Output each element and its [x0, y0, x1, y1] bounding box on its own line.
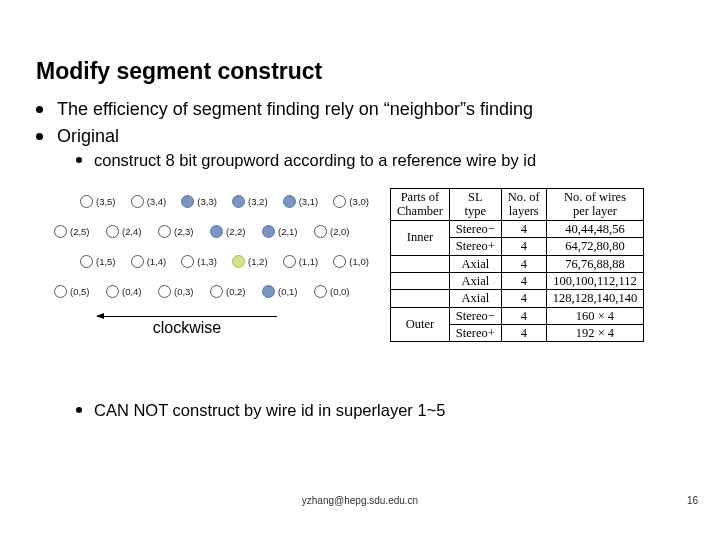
wire-circle-icon — [232, 255, 245, 268]
wire-circle-icon — [54, 285, 67, 298]
grid-cell: (1,4) — [131, 255, 182, 268]
table-row: InnerStereo−440,44,48,56 — [391, 220, 644, 237]
coord-label: (3,4) — [147, 196, 167, 207]
table-cell: 4 — [501, 220, 546, 237]
table-cell: 160 × 4 — [546, 307, 643, 324]
table-cell — [391, 290, 450, 307]
wire-circle-icon — [181, 255, 194, 268]
grid-cell: (2,4) — [106, 225, 158, 238]
table-cell: 4 — [501, 255, 546, 272]
coord-label: (3,0) — [349, 196, 369, 207]
wire-circle-icon — [181, 195, 194, 208]
table-header: No. of wires per layer — [546, 189, 643, 221]
grid-cell: (3,1) — [283, 195, 334, 208]
wire-circle-icon — [158, 285, 171, 298]
wire-circle-icon — [131, 195, 144, 208]
wire-circle-icon — [262, 285, 275, 298]
wire-circle-icon — [210, 225, 223, 238]
table-row: Axial4100,100,112,112 — [391, 272, 644, 289]
coord-label: (2,1) — [278, 226, 298, 237]
bullet-dot-icon — [36, 106, 43, 113]
table-cell: 76,76,88,88 — [546, 255, 643, 272]
coord-label: (2,5) — [70, 226, 90, 237]
wire-circle-icon — [158, 225, 171, 238]
table-cell: 192 × 4 — [546, 325, 643, 342]
grid-cell: (1,1) — [283, 255, 334, 268]
grid-cell: (2,2) — [210, 225, 262, 238]
wire-circle-icon — [262, 225, 275, 238]
coord-label: (2,0) — [330, 226, 350, 237]
bullet-dot-icon — [36, 133, 43, 140]
table-header: No. of layers — [501, 189, 546, 221]
coord-label: (2,4) — [122, 226, 142, 237]
table-cell: 4 — [501, 307, 546, 324]
arrow-left-icon — [97, 316, 277, 317]
coord-label: (0,2) — [226, 286, 246, 297]
coord-label: (1,4) — [147, 256, 167, 267]
bullet-item: Original — [36, 125, 676, 148]
grid-cell: (1,3) — [181, 255, 232, 268]
wire-circle-icon — [283, 195, 296, 208]
wire-circle-icon — [106, 225, 119, 238]
grid-cell: (3,5) — [80, 195, 131, 208]
table-cell: 40,44,48,56 — [546, 220, 643, 237]
wire-circle-icon — [54, 225, 67, 238]
grid-row: (0,5)(0,4)(0,3)(0,2)(0,1)(0,0) — [54, 276, 384, 306]
table-cell — [391, 272, 450, 289]
coord-label: (2,2) — [226, 226, 246, 237]
grid-cell: (2,5) — [54, 225, 106, 238]
coord-label: (0,0) — [330, 286, 350, 297]
bullet-dot-icon — [76, 407, 82, 413]
table-cell: 100,100,112,112 — [546, 272, 643, 289]
wire-grid-diagram: (3,5)(3,4)(3,3)(3,2)(3,1)(3,0)(2,5)(2,4)… — [54, 186, 384, 306]
grid-cell: (0,3) — [158, 285, 210, 298]
grid-cell: (3,4) — [131, 195, 182, 208]
coord-label: (1,0) — [349, 256, 369, 267]
coord-label: (3,2) — [248, 196, 268, 207]
bullet-list: The efficiency of segment finding rely o… — [36, 98, 676, 153]
clockwise-indicator: clockwise — [92, 316, 282, 337]
table-cell: Axial — [449, 272, 501, 289]
grid-cell: (0,2) — [210, 285, 262, 298]
wire-circle-icon — [232, 195, 245, 208]
table-cell: Stereo− — [449, 307, 501, 324]
grid-cell: (3,0) — [333, 195, 384, 208]
grid-cell: (1,0) — [333, 255, 384, 268]
table-cell: 4 — [501, 272, 546, 289]
grid-cell: (1,5) — [80, 255, 131, 268]
coord-label: (0,1) — [278, 286, 298, 297]
wire-circle-icon — [210, 285, 223, 298]
grid-cell: (0,0) — [314, 285, 366, 298]
grid-cell: (2,0) — [314, 225, 366, 238]
table-cell: Outer — [391, 307, 450, 342]
wire-circle-icon — [80, 255, 93, 268]
bullet-dot-icon — [76, 157, 82, 163]
bullet-text: The efficiency of segment finding rely o… — [57, 98, 533, 121]
grid-row: (2,5)(2,4)(2,3)(2,2)(2,1)(2,0) — [54, 216, 384, 246]
coord-label: (0,4) — [122, 286, 142, 297]
slide-title: Modify segment construct — [36, 58, 322, 85]
coord-label: (0,5) — [70, 286, 90, 297]
wire-circle-icon — [314, 225, 327, 238]
footer-email: yzhang@hepg.sdu.edu.cn — [0, 495, 720, 506]
table-cell: Stereo− — [449, 220, 501, 237]
coord-label: (1,3) — [197, 256, 217, 267]
table-cell: Axial — [449, 290, 501, 307]
table-cell — [391, 255, 450, 272]
table-cell: 4 — [501, 290, 546, 307]
grid-row: (3,5)(3,4)(3,3)(3,2)(3,1)(3,0) — [80, 186, 384, 216]
table-row: Axial476,76,88,88 — [391, 255, 644, 272]
wire-circle-icon — [333, 195, 346, 208]
grid-cell: (0,5) — [54, 285, 106, 298]
grid-cell: (0,1) — [262, 285, 314, 298]
table-cell: 128,128,140,140 — [546, 290, 643, 307]
wire-circle-icon — [333, 255, 346, 268]
grid-cell: (2,3) — [158, 225, 210, 238]
coord-label: (3,3) — [197, 196, 217, 207]
sub-bullet: construct 8 bit groupword according to a… — [76, 150, 686, 171]
grid-cell: (3,3) — [181, 195, 232, 208]
table-header: Parts of Chamber — [391, 189, 450, 221]
table-header: SL type — [449, 189, 501, 221]
grid-cell: (3,2) — [232, 195, 283, 208]
table-cell: 64,72,80,80 — [546, 238, 643, 255]
